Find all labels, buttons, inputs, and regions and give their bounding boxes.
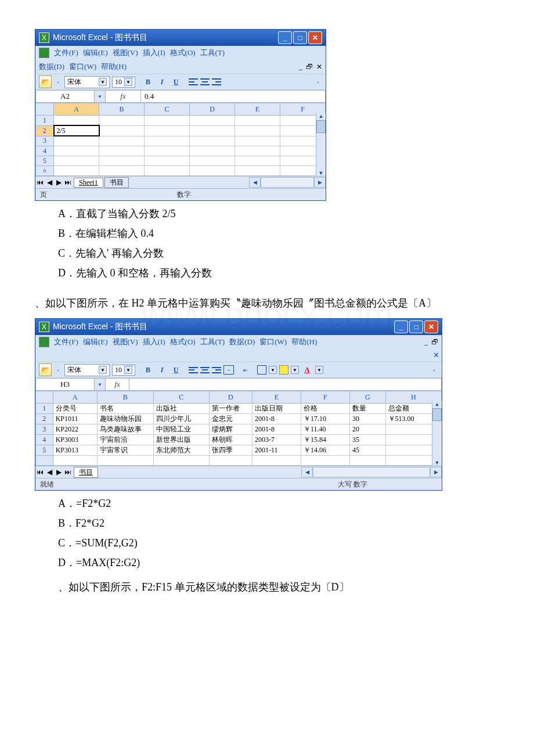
menu-help[interactable]: 帮助(H) — [101, 62, 127, 72]
font-size-select[interactable]: 10 ▼ — [112, 365, 135, 376]
formula-input[interactable]: 0.4 — [141, 91, 325, 102]
vertical-scrollbar[interactable]: ▲ ▼ — [316, 113, 326, 176]
chevron-down-icon[interactable]: ▼ — [269, 366, 277, 374]
underline-button[interactable]: U — [170, 76, 182, 88]
minimize-button[interactable]: _ — [394, 321, 408, 333]
col-header-C[interactable]: C — [145, 103, 190, 116]
sheet-tab-shumu[interactable]: 书目 — [74, 467, 98, 478]
row-header[interactable]: 4 — [36, 146, 54, 156]
font-name-select[interactable]: 宋体 ▼ — [64, 76, 110, 88]
row-header[interactable]: 6 — [36, 166, 54, 176]
cell[interactable]: 第一作者 — [209, 404, 252, 414]
menu-tools[interactable]: 工具(T) — [200, 48, 225, 58]
cell[interactable]: 20 — [349, 424, 385, 435]
row-header[interactable]: 3 — [36, 424, 53, 435]
toolbar-overflow-icon[interactable]: » — [54, 364, 62, 376]
align-center-button[interactable] — [200, 366, 210, 374]
cell[interactable]: 2001-11 — [252, 445, 301, 456]
row-header[interactable]: 3 — [36, 136, 54, 146]
scroll-down-icon[interactable]: ▼ — [319, 170, 324, 176]
cell[interactable]: KP2022 — [53, 424, 98, 435]
chevron-down-icon[interactable]: ▼ — [315, 366, 323, 374]
menu-data[interactable]: 数据(D) — [229, 337, 255, 347]
cell[interactable]: 四川少年儿 — [153, 414, 209, 424]
cell[interactable]: 张四季 — [209, 445, 252, 456]
row-header[interactable]: 5 — [36, 445, 53, 456]
menu-view[interactable]: 视图(V) — [113, 48, 138, 58]
fill-color-button[interactable] — [279, 365, 288, 375]
scroll-up-icon[interactable]: ▲ — [435, 401, 440, 407]
col-header-C[interactable]: C — [153, 391, 209, 404]
hscroll-right-icon[interactable]: ▶ — [430, 467, 442, 477]
col-header-B[interactable]: B — [99, 103, 145, 116]
italic-button[interactable]: I — [156, 364, 168, 376]
col-header-D[interactable]: D — [190, 103, 235, 116]
minimize-button[interactable]: _ — [278, 31, 292, 44]
doc-minimize-button[interactable]: _ — [299, 63, 302, 71]
cell[interactable]: ￥14.06 — [301, 445, 349, 456]
font-size-select[interactable]: 10 ▼ — [112, 77, 135, 88]
formula-input[interactable] — [129, 379, 441, 390]
menu-edit[interactable]: 编辑(E) — [83, 337, 108, 347]
decrease-indent-button[interactable]: ⇤ — [241, 366, 250, 374]
hscroll-track[interactable] — [313, 467, 430, 477]
scroll-down-icon[interactable]: ▼ — [435, 460, 440, 466]
cell[interactable]: 金忠元 — [209, 414, 252, 424]
align-left-button[interactable] — [189, 78, 198, 86]
merge-center-button[interactable]: ↔ — [223, 365, 234, 375]
cell[interactable]: 出版社 — [153, 404, 209, 414]
bold-button[interactable]: B — [142, 76, 154, 88]
menu-view[interactable]: 视图(V) — [113, 337, 138, 347]
cell[interactable]: KP1011 — [53, 414, 98, 424]
menu-help[interactable]: 帮助(H) — [291, 337, 317, 347]
scroll-thumb[interactable] — [316, 120, 326, 133]
menu-edit[interactable]: 编辑(E) — [83, 48, 108, 58]
select-all-corner[interactable] — [36, 103, 54, 116]
row-header[interactable]: 1 — [36, 404, 53, 414]
doc-close-button[interactable]: ✕ — [316, 63, 322, 71]
spreadsheet-grid[interactable]: A B C D E F 1 2 2/5 3 4 5 6 ▲ ▼ — [35, 103, 326, 176]
maximize-button[interactable]: □ — [409, 321, 423, 333]
menu-format[interactable]: 格式(O) — [170, 48, 196, 58]
cell[interactable]: 35 — [349, 435, 385, 445]
doc-close-button[interactable]: ✕ — [433, 351, 439, 360]
menu-tools[interactable]: 工具(T) — [200, 337, 225, 347]
fx-button[interactable]: fx — [106, 379, 129, 390]
font-name-select[interactable]: 宋体 ▼ — [64, 364, 110, 376]
cell[interactable]: 宇宙前沿 — [98, 435, 153, 445]
cell[interactable]: ￥17.10 — [301, 414, 349, 424]
cell[interactable]: ￥11.40 — [301, 424, 349, 435]
menu-format[interactable]: 格式(O) — [170, 337, 196, 347]
scroll-thumb[interactable] — [432, 408, 442, 421]
sheet-nav-buttons[interactable]: ⏮◀▶⏭ — [35, 178, 73, 187]
sheet-tab-sheet1[interactable]: Sheet1 — [74, 178, 103, 188]
bold-button[interactable]: B — [142, 364, 154, 376]
col-header-D[interactable]: D — [209, 391, 252, 404]
sheet-tab-shumu[interactable]: 书目 — [104, 177, 129, 188]
doc-restore-button[interactable]: 🗗 — [431, 338, 438, 347]
row-header[interactable]: 2 — [36, 414, 53, 424]
cell[interactable]: 2001-8 — [252, 424, 301, 435]
cell[interactable]: 书名 — [98, 404, 153, 414]
row-header[interactable] — [36, 456, 53, 466]
col-header-B[interactable]: B — [98, 391, 153, 404]
sheet-nav-buttons[interactable]: ⏮◀▶⏭ — [35, 468, 73, 477]
name-box[interactable]: A2 — [36, 91, 95, 102]
spreadsheet-grid[interactable]: A B C D E F G H 1 分类号 书名 出版社 第一作者 出版日期 价… — [35, 391, 442, 466]
cell[interactable]: 价格 — [301, 404, 349, 414]
menu-window[interactable]: 窗口(W) — [259, 337, 287, 347]
menu-window[interactable]: 窗口(W) — [69, 62, 96, 72]
scroll-up-icon[interactable]: ▲ — [319, 113, 324, 119]
close-button[interactable]: ✕ — [308, 31, 322, 44]
cell[interactable]: 出版日期 — [252, 404, 301, 414]
cell[interactable]: 数量 — [349, 404, 385, 414]
chevron-down-icon[interactable]: ▼ — [291, 366, 299, 374]
col-header-F[interactable]: F — [301, 391, 349, 404]
row-header[interactable]: 4 — [36, 435, 53, 445]
align-right-button[interactable] — [212, 78, 221, 86]
vertical-scrollbar[interactable]: ▲ ▼ — [432, 401, 442, 466]
doc-minimize-button[interactable]: _ — [424, 338, 428, 347]
select-all-corner[interactable] — [36, 391, 53, 404]
cell[interactable]: 2003-7 — [252, 435, 301, 445]
align-center-button[interactable] — [200, 78, 210, 86]
